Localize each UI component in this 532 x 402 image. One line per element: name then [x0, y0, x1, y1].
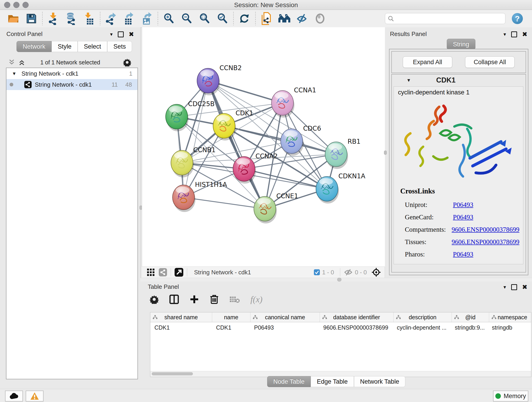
- node-ccnb2[interactable]: [197, 68, 220, 95]
- node-ccna1[interactable]: [272, 90, 294, 118]
- tab-network-table[interactable]: Network Table: [354, 376, 405, 387]
- column-label: canonical name: [265, 314, 305, 321]
- hide-selected-button[interactable]: [293, 11, 311, 26]
- memory-status-dot: [495, 393, 501, 399]
- tab-network[interactable]: Network: [17, 41, 51, 52]
- expand-all-button[interactable]: Expand All: [403, 56, 452, 68]
- table-options-gear-icon[interactable]: [150, 295, 159, 304]
- crosslink-link[interactable]: P06493: [453, 201, 473, 209]
- fit-selected-crosshair-icon[interactable]: [371, 268, 381, 277]
- crosslink-link[interactable]: 9606.ENSP00000378699: [452, 226, 519, 233]
- collapse-all-button[interactable]: Collapse All: [465, 56, 515, 68]
- refresh-view-button[interactable]: [235, 11, 253, 26]
- column-header-canonical-name[interactable]: canonical name: [250, 313, 320, 322]
- node-cdk1[interactable]: [213, 114, 236, 140]
- table-cell[interactable]: 9606.ENSP00000378699: [319, 322, 393, 333]
- first-neighbors-button[interactable]: [275, 11, 293, 26]
- float-panel-icon[interactable]: [118, 32, 124, 37]
- node-cdc6[interactable]: [281, 129, 304, 156]
- crosslink-label: Compartments:: [405, 226, 452, 233]
- save-session-button[interactable]: [22, 11, 40, 26]
- table-cell[interactable]: stringdb:9...: [451, 322, 488, 333]
- close-panel-icon[interactable]: ✖: [129, 31, 134, 38]
- table-row[interactable]: CDK1CDK1P064939606.ENSP00000378699cyclin…: [150, 322, 531, 333]
- zoom-selected-button[interactable]: [214, 11, 231, 26]
- column-header-id[interactable]: @id: [452, 313, 489, 322]
- help-button[interactable]: ?: [512, 13, 523, 24]
- edge-hist1h1a-ccne1[interactable]: [184, 197, 265, 209]
- table-cell[interactable]: P06493: [250, 322, 319, 333]
- panel-menu-icon[interactable]: ▾: [503, 284, 506, 290]
- column-header-namespace[interactable]: namespace: [489, 313, 531, 322]
- network-canvas[interactable]: CCNB2CCNA1CDC25BCDK1CDC6RB1CCNB1CCNA2CDK…: [142, 27, 385, 267]
- tab-style[interactable]: Style: [51, 41, 78, 52]
- node-hist1h1a[interactable]: [172, 185, 196, 212]
- table-cell[interactable]: CDK1: [150, 322, 212, 333]
- network-collection-row[interactable]: ▼ String Network - cdk1 1: [6, 68, 138, 79]
- column-header-description[interactable]: description: [394, 313, 452, 322]
- crosslink-link[interactable]: P06493: [453, 213, 473, 221]
- edge-count: 48: [125, 81, 132, 88]
- tab-node-table[interactable]: Node Table: [267, 376, 311, 387]
- grid-view-icon[interactable]: [147, 268, 155, 276]
- export-image-button[interactable]: [138, 11, 156, 26]
- show-columns-icon[interactable]: [169, 294, 179, 304]
- tree-expand-icon[interactable]: ▼: [12, 71, 17, 76]
- scrollbar-thumb[interactable]: [152, 372, 193, 375]
- collapse-gene-icon[interactable]: ▼: [406, 78, 411, 83]
- zoom-fit-button[interactable]: [196, 11, 214, 26]
- detach-view-icon[interactable]: [175, 268, 183, 277]
- import-table-file-button[interactable]: [80, 11, 98, 26]
- import-network-file-button[interactable]: [44, 11, 62, 26]
- delete-column-trash-icon[interactable]: [210, 294, 219, 304]
- network-share-view-icon[interactable]: [159, 268, 167, 276]
- horizontal-splitter[interactable]: [140, 278, 532, 282]
- network-row-selected[interactable]: String Network - cdk1 11 48: [6, 79, 138, 90]
- export-table-button[interactable]: [120, 11, 138, 26]
- node-cdc25b[interactable]: [166, 104, 189, 131]
- import-network-database-button[interactable]: [62, 11, 80, 26]
- cloud-status-button[interactable]: [5, 390, 23, 402]
- node-rb1[interactable]: [325, 142, 348, 169]
- column-header-database-identifier[interactable]: database identifier: [320, 313, 394, 322]
- table-cell[interactable]: cyclin-dependent ...: [393, 322, 451, 333]
- crosslink-label: Uniprot:: [405, 201, 453, 209]
- node-table[interactable]: shared namenamecanonical namedatabase id…: [150, 312, 531, 371]
- node-ccne1[interactable]: [254, 196, 277, 223]
- edge-ccnb2-hist1h1a[interactable]: [184, 81, 208, 197]
- tab-sets[interactable]: Sets: [107, 41, 132, 52]
- node-cdkn1a[interactable]: [316, 177, 339, 204]
- memory-button[interactable]: Memory: [493, 390, 528, 402]
- panel-menu-icon[interactable]: ▾: [503, 32, 506, 37]
- add-column-icon[interactable]: [190, 294, 199, 304]
- export-network-button[interactable]: [102, 11, 120, 26]
- crosslink-link[interactable]: P06493: [453, 250, 473, 258]
- tab-select[interactable]: Select: [78, 41, 107, 52]
- tab-string[interactable]: String: [447, 39, 475, 50]
- table-cell[interactable]: CDK1: [212, 322, 250, 333]
- warnings-button[interactable]: [26, 390, 44, 402]
- column-header-name[interactable]: name: [212, 313, 250, 322]
- search-box[interactable]: [385, 13, 505, 24]
- table-cell[interactable]: stringdb: [488, 322, 531, 333]
- crosslink-link[interactable]: 9606.ENSP00000378699: [452, 238, 519, 246]
- show-graphics-details-button[interactable]: [311, 11, 329, 26]
- close-panel-icon[interactable]: ✖: [522, 283, 527, 291]
- float-panel-icon[interactable]: [511, 284, 517, 290]
- right-splitter-handle[interactable]: [384, 151, 387, 155]
- panel-menu-icon[interactable]: ▾: [110, 32, 113, 37]
- zoom-in-button[interactable]: [160, 11, 178, 26]
- new-network-from-selection-button[interactable]: [258, 11, 275, 26]
- search-input[interactable]: [394, 15, 493, 22]
- open-session-button[interactable]: [5, 11, 22, 26]
- close-panel-icon[interactable]: ✖: [522, 31, 527, 38]
- selected-checkbox-icon[interactable]: [314, 269, 320, 275]
- horizontal-splitter-handle[interactable]: [337, 278, 341, 281]
- crosslinks-title: CrossLinks: [400, 187, 435, 195]
- float-panel-icon[interactable]: [511, 32, 517, 37]
- column-header-shared-name[interactable]: shared name: [150, 313, 212, 322]
- tab-edge-table[interactable]: Edge Table: [311, 376, 354, 387]
- network-options-gear-icon[interactable]: [123, 58, 131, 66]
- zoom-out-button[interactable]: [178, 11, 196, 26]
- edge-ccnb2-ccne1[interactable]: [208, 81, 265, 209]
